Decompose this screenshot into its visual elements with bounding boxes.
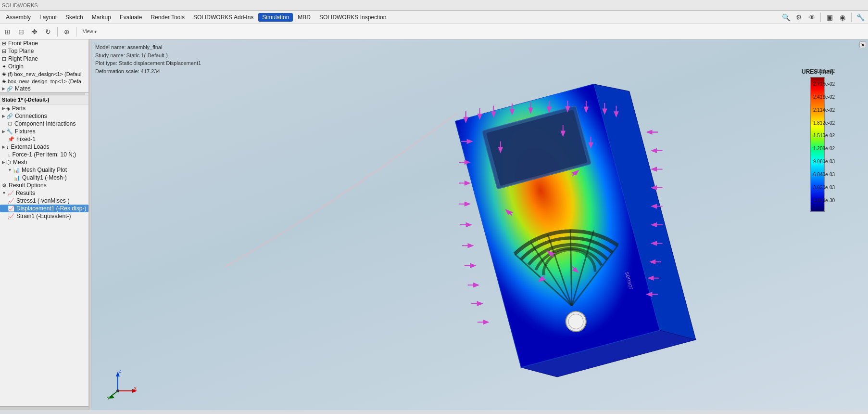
parts-expand: ▶ (2, 106, 5, 111)
section-icon[interactable]: ⊟ (15, 26, 27, 38)
view-icon[interactable]: 👁 (806, 12, 818, 23)
sim-connections[interactable]: ▶ 🔗 Connections (0, 112, 88, 120)
viewport[interactable]: Model name: assembly_final Study name: S… (91, 39, 868, 410)
move-icon[interactable]: ✥ (29, 26, 40, 38)
plane-icon: ⊟ (2, 40, 6, 47)
left-panel: ⊟ Front Plane ⊟ Top Plane ⊟ Right Plane … (0, 39, 89, 410)
connections-expand: ▶ (2, 114, 5, 118)
mesh-icon: ⬡ (6, 159, 11, 166)
sim-parts[interactable]: ▶ ◈ Parts (0, 104, 88, 112)
stress1-label: Stress1 (-vonMises-) (16, 197, 70, 204)
legend-value-10: 1.000e-30 (813, 198, 835, 203)
ext-loads-expand: ▶ (2, 144, 5, 149)
settings-icon[interactable]: ⚙ (793, 12, 805, 23)
axis-svg: Z X Y (106, 367, 139, 401)
tab-evaluate[interactable]: Evaluate (116, 13, 146, 22)
svg-marker-38 (652, 149, 657, 153)
toolbar-separator-1 (820, 13, 821, 22)
tree-item-front-plane[interactable]: ⊟ Front Plane (0, 39, 88, 47)
tab-solidworks-inspection[interactable]: SOLIDWORKS Inspection (315, 13, 390, 22)
legend-value-6: 1.208e-02 (813, 146, 835, 151)
tab-render-tools[interactable]: Render Tools (147, 13, 189, 22)
svg-marker-68 (470, 264, 475, 268)
tab-sketch[interactable]: Sketch (62, 13, 87, 22)
top-toolbar: SOLIDWORKS (0, 0, 868, 11)
mesh-expand: ▶ (2, 160, 5, 165)
top-plane-label: Top Plane (8, 48, 34, 54)
svg-text:Y: Y (107, 396, 110, 401)
svg-marker-72 (478, 302, 482, 306)
mqp-label: Mesh Quality Plot (22, 167, 67, 173)
tab-simulation[interactable]: Simulation (258, 13, 293, 22)
color-legend: URES (mm) 3.020e-02 2.718e-02 2.416e-02 … (796, 68, 839, 212)
mates-label: Mates (15, 85, 31, 92)
sim-result-options[interactable]: ⚙ Result Options (0, 181, 88, 189)
tree-scroll[interactable]: ⊟ Front Plane ⊟ Top Plane ⊟ Right Plane … (0, 39, 88, 406)
tree-item-top-plane[interactable]: ⊟ Top Plane (0, 47, 88, 55)
svg-point-100 (116, 389, 119, 392)
ext-loads-label: External Loads (11, 143, 50, 150)
tools-icon[interactable]: 🔧 (855, 12, 866, 23)
legend-value-2: 2.416e-02 (813, 94, 835, 100)
mqp-expand: ▼ (8, 168, 12, 172)
sim-results[interactable]: ▼ 📈 Results (0, 189, 88, 197)
connections-icon: 🔗 (6, 113, 13, 119)
icon-toolbar: ⊞ ⊟ ✥ ↻ ⊕ View ▾ (0, 24, 868, 39)
svg-text:X: X (134, 386, 137, 391)
parts-label: Parts (12, 105, 25, 112)
sim-stress1[interactable]: 📈 Stress1 (-vonMises-) (0, 197, 88, 205)
sim-external-loads[interactable]: ▶ ↓ External Loads (0, 143, 88, 151)
render-icon[interactable]: ◉ (837, 12, 848, 23)
force-1-label: Force-1 (Per item: 10 N;) (13, 151, 76, 158)
tree-item-right-plane[interactable]: ⊟ Right Plane (0, 55, 88, 63)
svg-marker-36 (647, 130, 652, 134)
mesh-label: Mesh (13, 159, 27, 166)
view-dropdown[interactable]: View ▾ (80, 29, 100, 34)
quality1-label: Quality1 (-Mesh-) (22, 174, 67, 181)
tab-assembly[interactable]: Assembly (2, 13, 35, 22)
displacement-icon: 📈 (8, 206, 14, 212)
fixtures-expand: ▶ (2, 129, 5, 134)
tab-layout[interactable]: Layout (36, 13, 61, 22)
tree-item-box-design[interactable]: ◈ (f) box_new_design<1> (Defaul (0, 70, 88, 78)
tab-mbd[interactable]: MBD (294, 13, 314, 22)
svg-marker-64 (466, 223, 471, 227)
sim-component-interactions[interactable]: ⬡ Component Interactions (0, 120, 88, 128)
search-icon[interactable]: 🔍 (780, 12, 792, 23)
legend-value-8: 6.040e-03 (813, 172, 835, 177)
sim-mesh[interactable]: ▶ ⬡ Mesh (0, 158, 88, 166)
panel-divider-top[interactable] (0, 92, 88, 95)
component-icon-2: ◈ (2, 78, 6, 84)
sim-quality1[interactable]: 📊 Quality1 (-Mesh-) (0, 174, 88, 181)
sim-mesh-quality-plot[interactable]: ▼ 📊 Mesh Quality Plot (0, 166, 88, 174)
tree-item-box-design-top[interactable]: ◈ box_new_design_top<1> (Defa (0, 78, 88, 85)
component-interactions-label: Component Interactions (14, 120, 75, 127)
legend-value-5: 1.510e-02 (813, 133, 835, 138)
3d-model-svg: sensor (91, 39, 868, 410)
legend-value-4: 1.812e-02 (813, 120, 835, 126)
sim-fixtures[interactable]: ▶ 🔧 Fixtures (0, 128, 88, 135)
svg-marker-70 (474, 283, 478, 287)
rotate-icon[interactable]: ↻ (42, 26, 54, 38)
connections-label: Connections (15, 113, 47, 119)
display-icon[interactable]: ▣ (824, 12, 835, 23)
sim-force-1[interactable]: ↓ Force-1 (Per item: 10 N;) (0, 151, 88, 158)
tab-solidworks-addins[interactable]: SOLIDWORKS Add-Ins (189, 13, 257, 22)
panel-bottom-handle[interactable] (0, 406, 88, 410)
viewport-close-btn[interactable]: ✕ (859, 41, 866, 48)
tree-item-mates[interactable]: ▶ 🔗 Mates (0, 85, 88, 92)
legend-value-0: 3.020e-02 (813, 68, 835, 74)
right-plane-label: Right Plane (8, 55, 38, 62)
legend-value-7: 9.060e-03 (813, 159, 835, 164)
tab-markup[interactable]: Markup (88, 13, 115, 22)
results-icon: 📈 (7, 190, 14, 196)
grid-icon[interactable]: ⊞ (2, 26, 13, 38)
sim-displacement1[interactable]: 📈 Displacement1 (-Res disp-) (0, 205, 88, 212)
sim-strain1[interactable]: 📈 Strain1 (-Equivalent-) (0, 212, 88, 220)
results-expand: ▼ (2, 191, 6, 195)
beam-line (225, 114, 456, 267)
tree-item-origin[interactable]: ✦ Origin (0, 63, 88, 70)
sim-fixed-1[interactable]: 📌 Fixed-1 (0, 135, 88, 143)
zoom-icon[interactable]: ⊕ (61, 26, 73, 38)
device-body: sensor (455, 76, 696, 385)
